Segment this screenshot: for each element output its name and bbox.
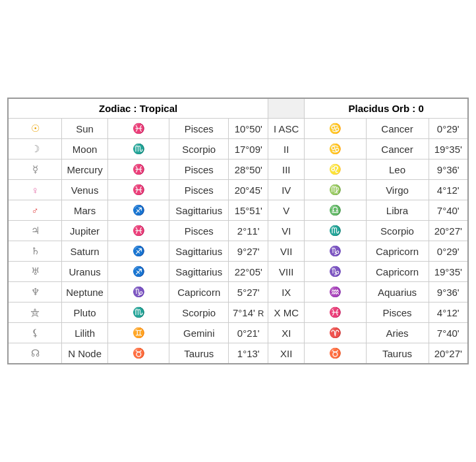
house-sign-11: Taurus <box>366 343 429 364</box>
house-sign-symbol-5: ♏ <box>305 221 366 241</box>
planet-symbol-neptune: ♆ <box>8 282 62 303</box>
planet-sign-9: Scorpio <box>169 303 229 323</box>
planet-name-mercury: Mercury <box>62 159 108 180</box>
planet-symbol-moon: ☽ <box>8 139 62 159</box>
house-sign-symbol-1: ♋ <box>305 139 366 159</box>
house-sign-8: Aquarius <box>366 282 429 303</box>
planet-symbol-sun: ☉ <box>8 119 62 139</box>
planet-degree-10: 0°21' <box>229 323 268 343</box>
planet-sign-symbol-10: ♊ <box>108 323 169 343</box>
planet-symbol-venus: ♀ <box>8 180 62 200</box>
planet-name-mars: Mars <box>62 200 108 221</box>
house-sign-7: Capricorn <box>366 262 429 282</box>
planet-symbol-mercury: ☿ <box>8 159 62 180</box>
house-sign-symbol-2: ♌ <box>305 159 366 180</box>
planet-name-n node: N Node <box>62 343 108 364</box>
planet-name-neptune: Neptune <box>62 282 108 303</box>
planet-degree-2: 28°50' <box>229 159 268 180</box>
planet-sign-symbol-1: ♏ <box>108 139 169 159</box>
planet-sign-11: Taurus <box>169 343 229 364</box>
house-sign-10: Aries <box>366 323 429 343</box>
house-sign-symbol-3: ♍ <box>305 180 366 200</box>
house-degree-6: 0°29' <box>429 241 468 262</box>
planet-sign-symbol-4: ♐ <box>108 200 169 221</box>
house-degree-7: 19°35' <box>429 262 468 282</box>
planet-sign-10: Gemini <box>169 323 229 343</box>
table-row: ♂ Mars ♐ Sagittarius 15°51' V ♎ Libra 7°… <box>8 200 468 221</box>
table-row: ⚸ Lilith ♊ Gemini 0°21' XI ♈ Aries 7°40' <box>8 323 468 343</box>
house-sign-6: Capricorn <box>366 241 429 262</box>
house-degree-4: 7°40' <box>429 200 468 221</box>
table-row: ♄ Saturn ♐ Sagittarius 9°27' VII ♑ Capri… <box>8 241 468 262</box>
house-4: V <box>268 200 305 221</box>
planet-sign-8: Capricorn <box>169 282 229 303</box>
planet-sign-symbol-2: ♓ <box>108 159 169 180</box>
planet-name-saturn: Saturn <box>62 241 108 262</box>
house-10: XI <box>268 323 305 343</box>
planet-sign-7: Sagittarius <box>169 262 229 282</box>
house-7: VIII <box>268 262 305 282</box>
house-9: X MC <box>268 303 305 323</box>
planet-name-moon: Moon <box>62 139 108 159</box>
planet-sign-6: Sagittarius <box>169 241 229 262</box>
house-degree-9: 4°12' <box>429 303 468 323</box>
planet-name-pluto: Pluto <box>62 303 108 323</box>
house-sign-symbol-0: ♋ <box>305 119 366 139</box>
zodiac-header: Zodiac : Tropical <box>8 98 268 119</box>
planet-symbol-n node: ☊ <box>8 343 62 364</box>
house-degree-11: 20°27' <box>429 343 468 364</box>
planet-sign-2: Pisces <box>169 159 229 180</box>
planet-sign-symbol-6: ♐ <box>108 241 169 262</box>
planet-sign-symbol-7: ♐ <box>108 262 169 282</box>
planet-symbol-jupiter: ♃ <box>8 221 62 241</box>
table-row: ⛤ Pluto ♏ Scorpio 7°14' R X MC ♓ Pisces … <box>8 303 468 323</box>
planet-degree-1: 17°09' <box>229 139 268 159</box>
house-sign-symbol-4: ♎ <box>305 200 366 221</box>
table-row: ☽ Moon ♏ Scorpio 17°09' II ♋ Cancer 19°3… <box>8 139 468 159</box>
house-3: IV <box>268 180 305 200</box>
planet-sign-symbol-11: ♉ <box>108 343 169 364</box>
house-sign-9: Pisces <box>366 303 429 323</box>
table-row: ♀ Venus ♓ Pisces 20°45' IV ♍ Virgo 4°12' <box>8 180 468 200</box>
planet-degree-5: 2°11' <box>229 221 268 241</box>
table-row: ♆ Neptune ♑ Capricorn 5°27' IX ♒ Aquariu… <box>8 282 468 303</box>
planet-symbol-saturn: ♄ <box>8 241 62 262</box>
planet-sign-symbol-9: ♏ <box>108 303 169 323</box>
planet-sign-3: Pisces <box>169 180 229 200</box>
placidus-header: Placidus Orb : 0 <box>305 98 468 119</box>
planet-symbol-lilith: ⚸ <box>8 323 62 343</box>
planet-degree-9: 7°14' R <box>229 303 268 323</box>
house-sign-5: Scorpio <box>366 221 429 241</box>
house-sign-2: Leo <box>366 159 429 180</box>
house-6: VII <box>268 241 305 262</box>
house-degree-3: 4°12' <box>429 180 468 200</box>
house-sign-3: Virgo <box>366 180 429 200</box>
planet-sign-symbol-0: ♓ <box>108 119 169 139</box>
planet-sign-symbol-5: ♓ <box>108 221 169 241</box>
house-sign-0: Cancer <box>366 119 429 139</box>
planet-sign-symbol-3: ♓ <box>108 180 169 200</box>
planet-sign-0: Pisces <box>169 119 229 139</box>
house-1: II <box>268 139 305 159</box>
planet-name-jupiter: Jupiter <box>62 221 108 241</box>
planet-sign-1: Scorpio <box>169 139 229 159</box>
house-sign-symbol-7: ♑ <box>305 262 366 282</box>
house-sign-symbol-11: ♉ <box>305 343 366 364</box>
house-sign-symbol-6: ♑ <box>305 241 366 262</box>
planet-name-sun: Sun <box>62 119 108 139</box>
house-2: III <box>268 159 305 180</box>
table-row: ☊ N Node ♉ Taurus 1°13' XII ♉ Taurus 20°… <box>8 343 468 364</box>
house-sign-symbol-8: ♒ <box>305 282 366 303</box>
house-sign-symbol-10: ♈ <box>305 323 366 343</box>
house-degree-10: 7°40' <box>429 323 468 343</box>
house-5: VI <box>268 221 305 241</box>
planet-degree-8: 5°27' <box>229 282 268 303</box>
house-8: IX <box>268 282 305 303</box>
house-11: XII <box>268 343 305 364</box>
planet-degree-0: 10°50' <box>229 119 268 139</box>
house-degree-8: 9°36' <box>429 282 468 303</box>
table-row: ☉ Sun ♓ Pisces 10°50' I ASC ♋ Cancer 0°2… <box>8 119 468 139</box>
table-row: ☿ Mercury ♓ Pisces 28°50' III ♌ Leo 9°36… <box>8 159 468 180</box>
house-degree-5: 20°27' <box>429 221 468 241</box>
house-degree-1: 19°35' <box>429 139 468 159</box>
